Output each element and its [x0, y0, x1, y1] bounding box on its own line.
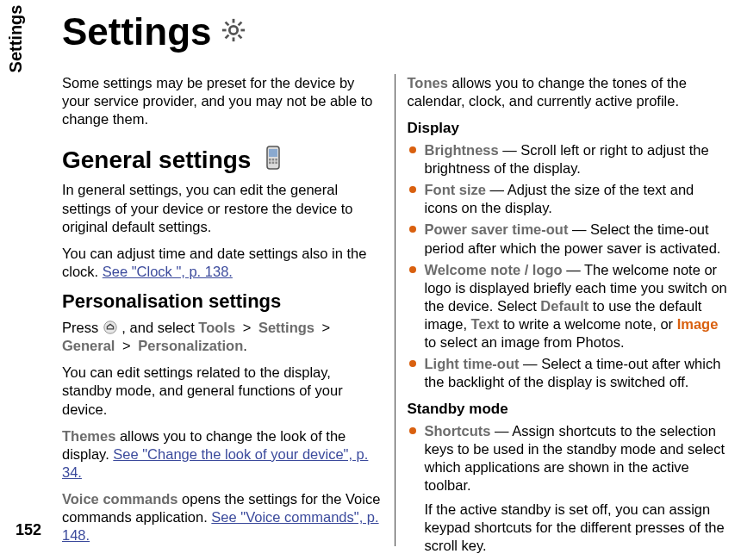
side-tab: Settings	[0, 0, 31, 78]
opt-text-c: to write a welcome note, or	[499, 316, 676, 332]
right-column: Tones allows you to change the tones of …	[395, 74, 732, 546]
path-sep: >	[314, 320, 333, 335]
standby-list: Shortcuts — Assign shortcuts to the sele…	[408, 422, 728, 495]
path-tools: Tools	[198, 320, 235, 335]
voice-label: Voice commands	[62, 491, 178, 507]
path-sep: >	[115, 338, 138, 353]
path-settings: Settings	[258, 320, 314, 335]
svg-line-8	[225, 35, 228, 39]
clock-link[interactable]: See "Clock ", p. 138.	[103, 264, 233, 279]
svg-rect-12	[272, 159, 275, 161]
tones-text: allows you to change the tones of the ca…	[408, 75, 687, 109]
opt-light-timeout: Light time-out	[425, 356, 520, 371]
path-period: .	[243, 338, 247, 353]
svg-point-17	[104, 321, 116, 333]
general-p2: You can adjust time and date settings al…	[62, 245, 383, 281]
opt-power-saver: Power saver time-out	[425, 221, 569, 237]
pers-p2: You can edit settings related to the dis…	[62, 364, 383, 418]
and-select-text: , and select	[121, 320, 198, 335]
list-item: Power saver time-out — Select the time-o…	[408, 221, 728, 257]
standby-note: If the active standby is set off, you ca…	[408, 501, 728, 555]
svg-rect-10	[269, 149, 277, 157]
list-item: Shortcuts — Assign shortcuts to the sele…	[408, 422, 728, 495]
page: Settings 152 Settings Some settings may …	[0, 0, 741, 560]
svg-line-6	[238, 35, 241, 39]
display-list: Brightness — Scroll left or right to adj…	[408, 141, 728, 391]
list-item: Light time-out — Select a time-out after…	[408, 355, 728, 391]
opt-font-size: Font size	[425, 182, 487, 197]
opt-text-opt: Text	[471, 316, 500, 332]
intro-text: Some settings may be preset for the devi…	[62, 74, 383, 128]
gear-icon	[221, 17, 246, 47]
content-columns: Some settings may be preset for the devi…	[62, 74, 731, 546]
phone-icon	[259, 144, 287, 176]
general-p1: In general settings, you can edit the ge…	[62, 181, 383, 235]
list-item: Welcome note / logo — The welcome note o…	[408, 261, 728, 352]
side-tab-label: Settings	[6, 5, 26, 73]
opt-welcome: Welcome note / logo	[425, 262, 563, 277]
press-text: Press	[62, 320, 103, 335]
tones-para: Tones allows you to change the tones of …	[408, 74, 728, 110]
home-key-icon	[103, 320, 122, 335]
svg-rect-11	[269, 159, 271, 161]
svg-rect-13	[276, 159, 278, 161]
path-personalization: Personalization	[138, 338, 243, 353]
list-item: Brightness — Scroll left or right to adj…	[408, 141, 728, 177]
path-general: General	[62, 338, 115, 353]
path-sep: >	[235, 320, 258, 335]
opt-default: Default	[540, 298, 588, 314]
voice-para: Voice commands opens the settings for th…	[62, 490, 383, 544]
title-row: Settings	[62, 10, 246, 53]
personalisation-heading: Personalisation settings	[62, 289, 383, 314]
svg-rect-15	[272, 162, 275, 165]
svg-rect-16	[276, 162, 278, 165]
list-item: Font size — Adjust the size of the text …	[408, 181, 728, 217]
opt-shortcuts: Shortcuts	[425, 423, 491, 439]
svg-rect-14	[269, 162, 271, 165]
svg-line-7	[238, 22, 241, 26]
svg-line-5	[225, 22, 228, 26]
left-column: Some settings may be preset for the devi…	[62, 74, 395, 546]
themes-label: Themes	[62, 428, 115, 444]
general-heading: General settings	[62, 145, 251, 176]
standby-heading: Standby mode	[408, 400, 728, 419]
general-heading-row: General settings	[62, 144, 383, 176]
display-heading: Display	[408, 119, 728, 138]
nav-path: Press , and select Tools > Settings > Ge…	[62, 319, 383, 355]
opt-brightness: Brightness	[425, 142, 499, 158]
opt-text-d: to select an image from Photos.	[425, 334, 625, 350]
opt-image: Image	[677, 316, 719, 332]
page-number: 152	[16, 521, 41, 539]
page-title: Settings	[62, 10, 212, 53]
svg-point-0	[229, 26, 237, 34]
tones-label: Tones	[408, 75, 448, 90]
themes-para: Themes allows you to change the look of …	[62, 427, 383, 482]
